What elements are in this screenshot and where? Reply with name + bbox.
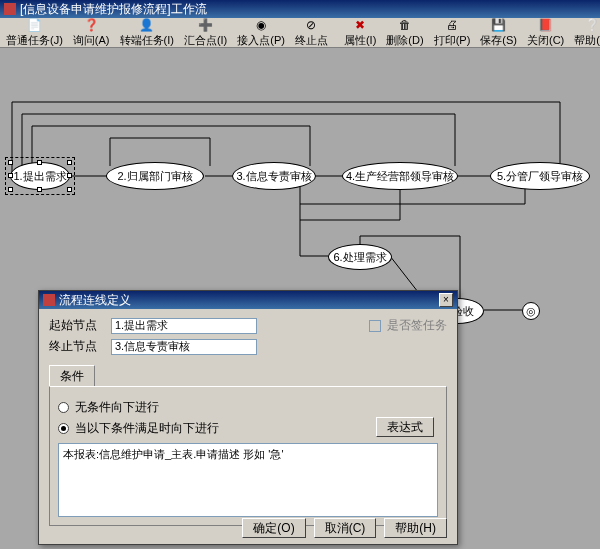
main-toolbar: 📄普通任务(J)❓询问(A)👤转端任务(I)➕汇合点(I)◉接入点(P)⊘终止点… — [0, 18, 600, 48]
cancel-button[interactable]: 取消(C) — [314, 518, 377, 538]
node-3[interactable]: 3.信息专责审核 — [232, 162, 316, 190]
help-button[interactable]: 帮助(H) — [384, 518, 447, 538]
node-5[interactable]: 5.分管厂领导审核 — [490, 162, 590, 190]
node-4-label: 4.生产经营部领导审核 — [346, 169, 454, 184]
dialog-close-button[interactable]: × — [439, 293, 453, 307]
window-title: [信息设备申请维护报修流程]工作流 — [20, 1, 207, 18]
common-task-label: 普通任务(J) — [6, 33, 63, 48]
toolbar-common-task[interactable]: 📄普通任务(J) — [2, 20, 69, 46]
node-end-label: ◎ — [526, 305, 536, 318]
properties-label: 属性(I) — [344, 33, 376, 48]
node-1[interactable]: 1.提出需求 — [10, 162, 70, 190]
ok-button[interactable]: 确定(O) — [242, 518, 305, 538]
node-2-label: 2.归属部门审核 — [117, 169, 192, 184]
dialog-body: 起始节点 是否签任务 终止节点 条件 无条件向下进行 当以下条件满足时向下进行 … — [39, 309, 457, 534]
close-label: 关闭(C) — [527, 33, 564, 48]
sign-task-checkbox — [369, 320, 381, 332]
toolbar-help[interactable]: ❔帮助(H) — [570, 20, 600, 46]
node-4[interactable]: 4.生产经营部领导审核 — [342, 162, 458, 190]
toolbar-end-point[interactable]: ⊘终止点 — [291, 20, 334, 46]
common-task-icon: 📄 — [27, 18, 41, 32]
dialog-icon — [43, 294, 55, 306]
sign-task-label: 是否签任务 — [387, 317, 447, 334]
merge-point-label: 汇合点(I) — [184, 33, 227, 48]
close-icon: 📕 — [539, 18, 553, 32]
expression-textarea[interactable]: 本报表:信息维护申请_主表.申请描述 形如 '急' — [58, 443, 438, 517]
tab-condition[interactable]: 条件 — [49, 365, 95, 387]
node-5-label: 5.分管厂领导审核 — [497, 169, 583, 184]
dialog-title: 流程连线定义 — [59, 292, 131, 309]
node-1-label: 1.提出需求 — [13, 169, 66, 184]
end-node-field[interactable] — [111, 339, 257, 355]
radio-unconditional[interactable]: 无条件向下进行 — [58, 399, 438, 416]
insert-point-label: 接入点(P) — [237, 33, 285, 48]
toolbar-merge-point[interactable]: ➕汇合点(I) — [180, 20, 233, 46]
print-label: 打印(P) — [434, 33, 471, 48]
dialog-titlebar: 流程连线定义 × — [39, 291, 457, 309]
start-node-field[interactable] — [111, 318, 257, 334]
help-label: 帮助(H) — [574, 33, 600, 48]
toolbar-properties[interactable]: ✖属性(I) — [340, 20, 382, 46]
query-label: 询问(A) — [73, 33, 110, 48]
query-icon: ❓ — [84, 18, 98, 32]
node-6[interactable]: 6.处理需求 — [328, 244, 392, 270]
delete-icon: 🗑 — [398, 18, 412, 32]
app-icon — [4, 3, 16, 15]
toolbar-print[interactable]: 🖨打印(P) — [430, 20, 477, 46]
toolbar-insert-point[interactable]: ◉接入点(P) — [233, 20, 291, 46]
end-node-label: 终止节点 — [49, 338, 105, 355]
end-point-label: 终止点 — [295, 33, 328, 48]
start-node-label: 起始节点 — [49, 317, 105, 334]
node-6-label: 6.处理需求 — [333, 250, 386, 265]
node-end[interactable]: ◎ — [522, 302, 540, 320]
toolbar-query[interactable]: ❓询问(A) — [69, 20, 116, 46]
toolbar-save[interactable]: 💾保存(S) — [476, 20, 523, 46]
toolbar-delete[interactable]: 🗑删除(D) — [382, 20, 429, 46]
transfer-task-icon: 👤 — [140, 18, 154, 32]
help-icon: ❔ — [586, 18, 600, 32]
node-2[interactable]: 2.归属部门审核 — [106, 162, 204, 190]
insert-point-icon: ◉ — [254, 18, 268, 32]
end-point-icon: ⊘ — [304, 18, 318, 32]
connection-dialog: 流程连线定义 × 起始节点 是否签任务 终止节点 条件 无条件向下进行 当以下条… — [38, 290, 458, 545]
node-3-label: 3.信息专责审核 — [236, 169, 311, 184]
toolbar-close[interactable]: 📕关闭(C) — [523, 20, 570, 46]
delete-label: 删除(D) — [386, 33, 423, 48]
save-icon: 💾 — [492, 18, 506, 32]
condition-panel: 无条件向下进行 当以下条件满足时向下进行 表达式 本报表:信息维护申请_主表.申… — [49, 386, 447, 526]
properties-icon: ✖ — [353, 18, 367, 32]
window-titlebar: [信息设备申请维护报修流程]工作流 — [0, 0, 600, 18]
expression-button[interactable]: 表达式 — [376, 417, 434, 437]
save-label: 保存(S) — [480, 33, 517, 48]
merge-point-icon: ➕ — [199, 18, 213, 32]
transfer-task-label: 转端任务(I) — [120, 33, 174, 48]
dialog-buttons: 确定(O) 取消(C) 帮助(H) — [242, 518, 447, 538]
toolbar-transfer-task[interactable]: 👤转端任务(I) — [116, 20, 180, 46]
print-icon: 🖨 — [445, 18, 459, 32]
